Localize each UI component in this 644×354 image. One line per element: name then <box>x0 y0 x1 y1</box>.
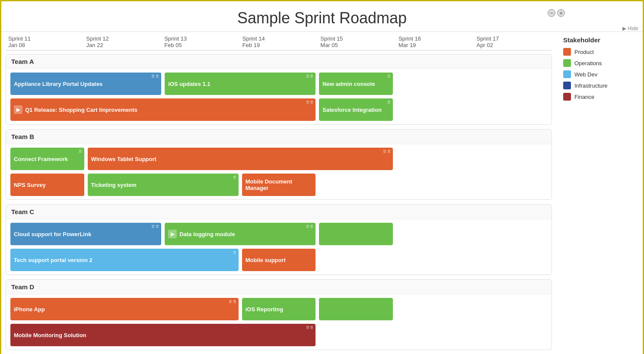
zoom-out-button[interactable]: − <box>548 9 555 17</box>
bar-appliance-library[interactable]: Appliance Library Portal Updates ⠿ ⠿ <box>10 73 161 95</box>
cell <box>318 298 394 320</box>
cell: Tech support portal version 2 ⠿ <box>10 249 239 271</box>
drag-handle: ⠿ ⠿ <box>306 224 313 229</box>
sprint-5-name: Sprint 15 <box>320 35 396 42</box>
bar-ios-reporting[interactable]: iOS Reporting <box>242 298 316 320</box>
team-d-group: Team D iPhone App ⠿ ⠿ iOS Reporting <box>6 279 552 350</box>
team-b-rows: Connect Framework ⠿ Windows Tablet Suppo… <box>6 144 552 199</box>
zoom-in-button[interactable]: + <box>557 9 565 17</box>
bar-label: Windows Tablet Support <box>91 156 156 162</box>
cell: Connect Framework ⠿ <box>10 148 85 170</box>
bar-q1-release[interactable]: ▶ Q1 Release: Shopping Cart Improvements… <box>10 98 316 121</box>
main-content: Sprint 11 Jan 08 Sprint 12 Jan 22 Sprint… <box>1 32 643 354</box>
infra-color-box <box>563 82 571 89</box>
team-c-row-1: Cloud support for PowerLink ⠿ ⠿ ▶ Data l… <box>10 223 548 245</box>
expand-icon[interactable]: ▶ <box>14 105 22 114</box>
bar-salesforce-integration[interactable]: Salesforce Integration ⠿ <box>319 98 393 121</box>
bar-label: Data logging module <box>179 231 235 237</box>
sprint-2-name: Sprint 12 <box>86 35 162 42</box>
stakeholder-operations: Operations <box>563 59 636 67</box>
sprint-col-1: Sprint 11 Jan 08 <box>6 35 84 48</box>
bar-windows-tablet[interactable]: Windows Tablet Support ⠿ ⠿ <box>88 148 393 170</box>
drag-handle: ⠿ ⠿ <box>306 100 313 105</box>
drag-handle: ⠿ ⠿ <box>229 300 236 304</box>
team-c-row-2: Tech support portal version 2 ⠿ Mobile s… <box>10 249 548 271</box>
finance-color-box <box>563 93 571 101</box>
team-c-rows: Cloud support for PowerLink ⠿ ⠿ ▶ Data l… <box>6 219 552 275</box>
team-c-group: Team C Cloud support for PowerLink ⠿ ⠿ <box>6 204 552 275</box>
sprint-1-date: Jan 08 <box>8 42 84 48</box>
stakeholder-product: Product <box>563 48 636 56</box>
bar-data-logging[interactable]: ▶ Data logging module ⠿ ⠿ <box>165 223 316 245</box>
bar-green-empty-2[interactable] <box>319 298 393 320</box>
webdev-color-box <box>563 70 571 78</box>
sprint-col-6: Sprint 16 Mar 19 <box>396 35 474 48</box>
sprint-col-3: Sprint 13 Feb 05 <box>162 35 240 48</box>
cell: iPhone App ⠿ ⠿ <box>10 298 239 320</box>
bar-label: Tech support portal version 2 <box>14 257 92 263</box>
bar-green-empty-1[interactable] <box>319 223 393 245</box>
expand-icon[interactable]: ▶ <box>168 230 177 238</box>
drag-handle: ⠿ ⠿ <box>151 74 159 79</box>
roadmap-area: Sprint 11 Jan 08 Sprint 12 Jan 22 Sprint… <box>1 32 556 354</box>
bar-mobile-doc-manager[interactable]: Mobile Document Manager <box>242 174 316 196</box>
bar-label: New admin console <box>322 81 375 87</box>
bar-connect-framework[interactable]: Connect Framework ⠿ <box>10 148 84 170</box>
cell <box>318 223 394 245</box>
team-d-row-2: Mobile Monitoring Solution ⠿ ⠿ <box>10 324 548 346</box>
team-b-group: Team B Connect Framework ⠿ Windows Ta <box>6 129 552 200</box>
bar-cloud-support[interactable]: Cloud support for PowerLink ⠿ ⠿ <box>10 223 161 245</box>
cell: Appliance Library Portal Updates ⠿ ⠿ <box>10 73 162 95</box>
stakeholder-title: Stakeholder <box>563 36 636 44</box>
hide-button[interactable]: Hide <box>622 25 638 32</box>
bar-label: iPhone App <box>14 306 45 313</box>
sprint-col-2: Sprint 12 Jan 22 <box>84 35 162 48</box>
stakeholder-infrastructure: Infrastructure <box>563 82 636 89</box>
bar-ticketing-system[interactable]: Ticketing system ⠿ <box>88 174 239 196</box>
bar-nps-survey[interactable]: NPS Survey <box>10 174 84 196</box>
drag-handle: ⠿ <box>387 100 390 105</box>
bar-mobile-monitoring[interactable]: Mobile Monitoring Solution ⠿ ⠿ <box>10 324 316 346</box>
operations-color-box <box>563 59 571 67</box>
team-a-header: Team A <box>6 54 552 69</box>
team-b-header: Team B <box>6 130 552 144</box>
drag-handle: ⠿ <box>233 250 236 255</box>
sprint-1-name: Sprint 11 <box>8 35 84 42</box>
bar-label: Connect Framework <box>14 156 68 162</box>
main-container: Sample Sprint Roadmap − + Hide Sprint 11… <box>0 0 644 354</box>
bar-new-admin-console[interactable]: New admin console ⠿ <box>319 73 393 95</box>
bar-iphone-app[interactable]: iPhone App ⠿ ⠿ <box>10 298 239 320</box>
bar-tech-support-portal[interactable]: Tech support portal version 2 ⠿ <box>10 249 239 271</box>
cell: NPS Survey <box>10 174 85 196</box>
cell: ▶ Q1 Release: Shopping Cart Improvements… <box>10 98 316 121</box>
sprint-7-date: Apr 02 <box>476 42 552 48</box>
drag-handle: ⠿ <box>79 149 82 154</box>
cell: Cloud support for PowerLink ⠿ ⠿ <box>10 223 162 245</box>
sprint-3-date: Feb 05 <box>164 42 240 48</box>
drag-handle: ⠿ ⠿ <box>306 74 313 79</box>
bar-label: Appliance Library Portal Updates <box>14 81 102 87</box>
drag-handle: ⠿ <box>233 175 236 180</box>
stakeholder-infra-label: Infrastructure <box>574 82 608 89</box>
team-a-group: Team A Appliance Library Portal Updates … <box>6 54 552 125</box>
bar-label: Mobile Monitoring Solution <box>14 332 86 338</box>
sprint-2-date: Jan 22 <box>86 42 162 48</box>
stakeholder-product-label: Product <box>574 49 594 55</box>
drag-handle: ⠿ ⠿ <box>383 149 390 154</box>
bar-ios-updates[interactable]: iOS updates 1.1 ⠿ ⠿ <box>165 73 316 95</box>
team-b-row-1: Connect Framework ⠿ Windows Tablet Suppo… <box>10 148 548 170</box>
stakeholder-operations-label: Operations <box>574 60 602 66</box>
bar-label: NPS Survey <box>14 182 46 188</box>
cell: ▶ Data logging module ⠿ ⠿ <box>164 223 316 245</box>
bar-mobile-support[interactable]: Mobile support <box>242 249 316 271</box>
product-color-box <box>563 48 571 56</box>
sidebar: Stakeholder Product Operations Web Dev I… <box>556 32 643 354</box>
stakeholder-webdev: Web Dev <box>563 70 636 78</box>
drag-handle: ⠿ ⠿ <box>306 326 313 330</box>
bar-label: Q1 Release: Shopping Cart Improvements <box>25 107 137 113</box>
sprint-4-date: Feb 19 <box>242 42 318 48</box>
bar-label: iOS Reporting <box>245 306 283 313</box>
sprint-7-name: Sprint 17 <box>476 35 552 42</box>
team-d-rows: iPhone App ⠿ ⠿ iOS Reporting <box>6 294 552 350</box>
cell: Salesforce Integration ⠿ <box>318 98 394 121</box>
